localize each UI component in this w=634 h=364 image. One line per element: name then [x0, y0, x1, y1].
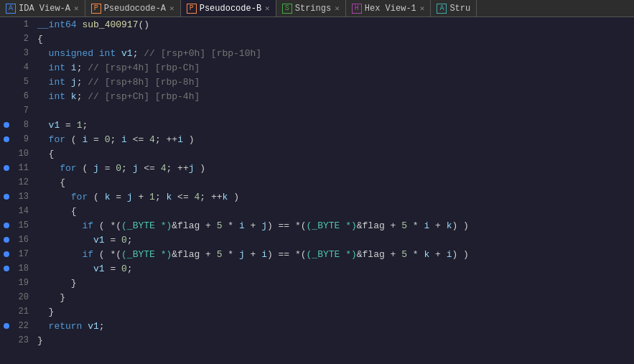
- tab-pseudocode-b-close[interactable]: ✕: [265, 4, 270, 13]
- code-token: i: [239, 220, 245, 231]
- code-token: j: [127, 192, 133, 202]
- code-token: =: [110, 192, 126, 202]
- code-token: {: [37, 177, 65, 188]
- code-token: if: [82, 220, 93, 231]
- code-token: ): [228, 192, 239, 202]
- code-line[interactable]: 2{: [0, 32, 634, 46]
- code-line[interactable]: 15 if ( *((_BYTE *)&flag + 5 * i + j) ==…: [0, 218, 634, 233]
- code-line[interactable]: 23}: [0, 333, 634, 347]
- code-token: ) ): [452, 249, 468, 260]
- code-token: // [rsp+4h] [rbp-Ch]: [88, 62, 200, 73]
- line-content: {: [34, 177, 634, 188]
- code-token: [37, 163, 60, 174]
- code-line[interactable]: 12 {: [0, 175, 634, 190]
- breakpoint-dot: [4, 165, 9, 171]
- code-line[interactable]: 5 int j; // [rsp+8h] [rbp-8h]: [0, 75, 634, 89]
- line-content: for ( j = 0; j <= 4; ++j ): [34, 163, 634, 174]
- code-token: [37, 249, 82, 260]
- breakpoint-dot-col: [0, 165, 13, 171]
- line-number: 13: [13, 192, 34, 202]
- code-token: i: [261, 249, 267, 260]
- line-content: }: [34, 307, 634, 317]
- code-line[interactable]: 11 for ( j = 0; j <= 4; ++j ): [0, 161, 634, 175]
- code-token: [37, 134, 49, 145]
- code-line[interactable]: 6 int k; // [rsp+Ch] [rbp-4h]: [0, 89, 634, 103]
- tab-pseudocode-b[interactable]: P Pseudocode-B ✕: [181, 0, 276, 17]
- code-token: &flag +: [357, 249, 401, 260]
- code-line[interactable]: 1__int64 sub_400917(): [0, 17, 634, 32]
- code-line[interactable]: 9 for ( i = 0; i <= 4; ++i ): [0, 132, 634, 146]
- line-content: {: [34, 206, 634, 217]
- code-token: *: [223, 220, 239, 231]
- code-token: i: [177, 134, 183, 145]
- tab-strings-close[interactable]: ✕: [335, 4, 340, 13]
- tab-ida-view-a[interactable]: A IDA View-A ✕: [0, 0, 85, 17]
- code-token: // [rsp+Ch] [rbp-4h]: [88, 91, 200, 102]
- breakpoint-dot-col: [0, 136, 13, 142]
- code-token: <=: [138, 163, 160, 174]
- line-number: 2: [13, 34, 34, 44]
- tab-pseudocode-a-close[interactable]: ✕: [169, 4, 174, 13]
- tab-hex-view-1[interactable]: H Hex View-1 ✕: [346, 0, 432, 17]
- code-line[interactable]: 8 v1 = 1;: [0, 118, 634, 132]
- code-token: (: [88, 192, 104, 202]
- code-token: int: [37, 77, 71, 88]
- tab-stru[interactable]: A Stru: [431, 0, 477, 17]
- tab-hex-view-1-close[interactable]: ✕: [420, 4, 425, 13]
- code-token: v1: [88, 321, 99, 332]
- tab-ida-view-a-label: IDA View-A: [19, 4, 70, 14]
- code-token: for: [71, 192, 88, 202]
- code-line[interactable]: 16 v1 = 0;: [0, 233, 634, 247]
- line-content: return v1;: [34, 321, 634, 332]
- code-line[interactable]: 22 return v1;: [0, 319, 634, 333]
- code-area[interactable]: 1__int64 sub_400917()2{3 unsigned int v1…: [0, 17, 634, 364]
- breakpoint-dot: [4, 122, 9, 128]
- tab-hex-view-1-label: Hex View-1: [365, 4, 416, 14]
- code-token: ;: [77, 77, 88, 88]
- code-token: ;: [82, 120, 88, 131]
- code-token: ;: [127, 235, 133, 246]
- code-line[interactable]: 20 }: [0, 290, 634, 304]
- code-token: v1: [121, 48, 133, 59]
- code-token: 5: [217, 220, 223, 231]
- code-token: {: [37, 206, 77, 217]
- code-line[interactable]: 10 {: [0, 146, 634, 161]
- code-line[interactable]: 21 }: [0, 304, 634, 319]
- line-content: v1 = 0;: [34, 263, 634, 274]
- code-line[interactable]: 3 unsigned int v1; // [rsp+0h] [rbp-10h]: [0, 46, 634, 60]
- code-token: [37, 220, 82, 231]
- code-line[interactable]: 18 v1 = 0;: [0, 261, 634, 276]
- code-token: ;: [133, 48, 144, 59]
- line-number: 20: [13, 292, 34, 302]
- code-line[interactable]: 13 for ( k = j + 1; k <= 4; ++k ): [0, 190, 634, 204]
- code-token: &flag +: [357, 220, 401, 231]
- tab-strings[interactable]: S Strings ✕: [276, 0, 346, 17]
- tab-ida-view-a-close[interactable]: ✕: [74, 4, 79, 13]
- line-number: 5: [13, 77, 34, 87]
- hex-view-icon: H: [352, 4, 362, 14]
- line-content: __int64 sub_400917(): [34, 19, 634, 30]
- code-token: v1: [93, 263, 105, 274]
- code-line[interactable]: 4 int i; // [rsp+4h] [rbp-Ch]: [0, 60, 634, 75]
- breakpoint-dot-col: [0, 223, 13, 228]
- line-content: if ( *((_BYTE *)&flag + 5 * i + j) == *(…: [34, 220, 634, 231]
- code-token: ) == *(: [267, 249, 307, 260]
- breakpoint-dot-col: [0, 266, 13, 271]
- code-line[interactable]: 19 }: [0, 276, 634, 290]
- code-token: +: [245, 220, 261, 231]
- code-token: i: [121, 134, 127, 145]
- strings-icon: S: [282, 4, 292, 14]
- tab-pseudocode-a[interactable]: P Pseudocode-A ✕: [85, 0, 181, 17]
- code-token: (_BYTE *): [307, 220, 357, 231]
- code-token: }: [37, 292, 65, 303]
- code-line[interactable]: 17 if ( *((_BYTE *)&flag + 5 * j + i) ==…: [0, 247, 634, 261]
- code-token: =: [105, 263, 121, 274]
- code-token: ; ++: [155, 134, 177, 145]
- breakpoint-dot: [4, 266, 9, 271]
- code-token: +: [429, 220, 446, 231]
- code-line[interactable]: 7: [0, 103, 634, 118]
- code-line[interactable]: 14 {: [0, 204, 634, 218]
- code-token: j: [93, 163, 99, 174]
- tab-bar: A IDA View-A ✕ P Pseudocode-A ✕ P Pseudo…: [0, 0, 634, 17]
- code-token: // [rsp+0h] [rbp-10h]: [144, 48, 261, 59]
